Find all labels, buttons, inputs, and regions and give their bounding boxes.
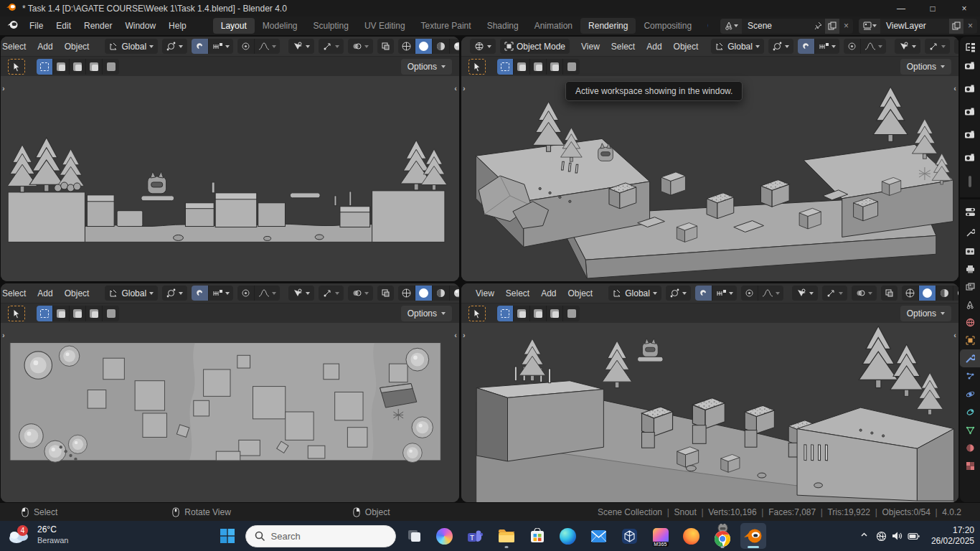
proportional-falloff-dropdown[interactable]: [255, 39, 280, 54]
minimize-button[interactable]: —: [885, 0, 917, 17]
menu-object[interactable]: Object: [562, 287, 599, 300]
taskbar-clock[interactable]: 17:20 26/02/2025: [931, 525, 974, 547]
gizmos-dropdown[interactable]: [319, 39, 344, 54]
select-subtract-button[interactable]: [530, 59, 547, 75]
shading-rendered-button[interactable]: [450, 39, 459, 54]
tab-particles[interactable]: [960, 367, 980, 385]
shading-material-button[interactable]: [433, 286, 450, 301]
region-expand-chevron[interactable]: ›: [463, 331, 466, 339]
overlays-dropdown[interactable]: [348, 39, 373, 54]
scene-name[interactable]: Scene: [742, 21, 811, 31]
camera-visibility-icon[interactable]: [964, 60, 976, 73]
show-gizmo-dropdown[interactable]: [895, 39, 920, 54]
pivot-point-dropdown[interactable]: [666, 286, 691, 301]
transform-orientation-dropdown[interactable]: Global: [711, 39, 764, 54]
region-expand-chevron[interactable]: ›: [2, 84, 5, 93]
select-invert-button[interactable]: [547, 59, 563, 75]
snap-toggle[interactable]: [192, 39, 209, 54]
tab-geometry-nodes[interactable]: Geometry Nodes: [699, 18, 708, 34]
snap-toggle[interactable]: [798, 39, 815, 54]
maximize-button[interactable]: □: [917, 0, 948, 17]
file-explorer-icon[interactable]: [494, 523, 519, 549]
camera-visibility-icon[interactable]: [964, 106, 976, 119]
options-dropdown[interactable]: Options: [900, 59, 951, 75]
options-dropdown[interactable]: Options: [900, 306, 951, 321]
tab-compositing[interactable]: Compositing: [636, 18, 699, 34]
region-expand-chevron[interactable]: ›: [2, 331, 5, 339]
active-tool-tweak-button[interactable]: [8, 59, 25, 75]
viewport-canvas-front-view[interactable]: [1, 76, 459, 281]
proportional-falloff-dropdown[interactable]: [758, 286, 783, 301]
menu-add[interactable]: Add: [32, 40, 58, 53]
menu-window[interactable]: Window: [118, 19, 162, 33]
copilot-icon[interactable]: [432, 523, 458, 549]
outliner-scrollbar[interactable]: [969, 176, 971, 187]
viewport-canvas-top-view[interactable]: [1, 323, 459, 502]
taskbar-search[interactable]: [245, 525, 396, 547]
viewport-canvas-perspective-view[interactable]: [461, 323, 958, 502]
proportional-falloff-dropdown[interactable]: [255, 286, 280, 301]
pivot-point-dropdown[interactable]: [162, 39, 187, 54]
menu-select[interactable]: Select: [1, 287, 32, 300]
active-tool-tweak-button[interactable]: [468, 59, 486, 75]
menu-object[interactable]: Object: [668, 40, 705, 53]
snap-target-dropdown[interactable]: [209, 39, 233, 54]
menu-select[interactable]: Select: [1, 40, 32, 53]
proportional-edit-toggle[interactable]: [741, 286, 758, 301]
overlays-dropdown[interactable]: [954, 39, 958, 54]
tab-shading[interactable]: Shading: [479, 18, 527, 34]
menu-add[interactable]: Add: [32, 287, 58, 300]
mail-icon[interactable]: [586, 523, 612, 549]
new-scene-button[interactable]: [825, 19, 839, 34]
region-expand-chevron[interactable]: ‹: [454, 84, 457, 93]
select-extend-button[interactable]: [514, 306, 530, 321]
proportional-falloff-dropdown[interactable]: [861, 39, 886, 54]
region-expand-chevron[interactable]: ‹: [953, 84, 956, 93]
menu-object[interactable]: Object: [59, 287, 95, 300]
teams-icon[interactable]: T: [463, 523, 489, 549]
view-layer-browse-button[interactable]: [859, 19, 880, 34]
transform-orientation-dropdown[interactable]: Global: [105, 286, 158, 301]
select-set-button[interactable]: [497, 59, 514, 75]
tab-modeling[interactable]: Modeling: [255, 18, 306, 34]
shading-wireframe-button[interactable]: [398, 286, 415, 301]
tab-animation[interactable]: Animation: [527, 18, 580, 34]
tab-world[interactable]: [960, 314, 980, 331]
menu-help[interactable]: Help: [162, 19, 193, 33]
show-gizmo-dropdown[interactable]: [288, 39, 314, 54]
menu-view[interactable]: View: [470, 287, 500, 300]
show-gizmo-dropdown[interactable]: [288, 286, 314, 301]
select-intersect-button[interactable]: [563, 59, 580, 75]
snap-target-dropdown[interactable]: [712, 286, 737, 301]
select-invert-button[interactable]: [547, 306, 563, 321]
snap-target-dropdown[interactable]: [815, 39, 839, 54]
shading-rendered-button[interactable]: [450, 286, 459, 301]
menu-select[interactable]: Select: [500, 287, 535, 300]
editor-type-dropdown[interactable]: [470, 39, 496, 54]
menu-select[interactable]: Select: [606, 40, 641, 53]
select-set-button[interactable]: [37, 306, 53, 321]
view-layer-name[interactable]: ViewLayer: [880, 21, 949, 31]
select-extend-button[interactable]: [53, 59, 70, 75]
tab-constraints[interactable]: [960, 403, 980, 421]
tab-sculpting[interactable]: Sculpting: [306, 18, 357, 34]
outliner-editor-icon[interactable]: [965, 42, 976, 55]
tab-scene[interactable]: [960, 296, 980, 314]
pivot-point-dropdown[interactable]: [162, 286, 187, 301]
shading-wireframe-button[interactable]: [398, 39, 415, 54]
select-extend-button[interactable]: [514, 59, 530, 75]
properties-editor-icon[interactable]: [965, 207, 976, 220]
xray-toggle[interactable]: [377, 39, 394, 54]
region-expand-chevron[interactable]: ‹: [454, 331, 457, 339]
overlays-dropdown[interactable]: [852, 286, 877, 301]
shading-solid-button[interactable]: [415, 39, 433, 54]
proportional-edit-toggle[interactable]: [844, 39, 861, 54]
select-invert-button[interactable]: [86, 306, 103, 321]
select-subtract-button[interactable]: [70, 306, 86, 321]
select-subtract-button[interactable]: [530, 306, 547, 321]
start-button[interactable]: [215, 523, 240, 549]
pivot-point-dropdown[interactable]: [768, 39, 793, 54]
active-tool-tweak-button[interactable]: [8, 306, 25, 321]
tab-material[interactable]: [960, 439, 980, 457]
select-intersect-button[interactable]: [103, 59, 119, 75]
